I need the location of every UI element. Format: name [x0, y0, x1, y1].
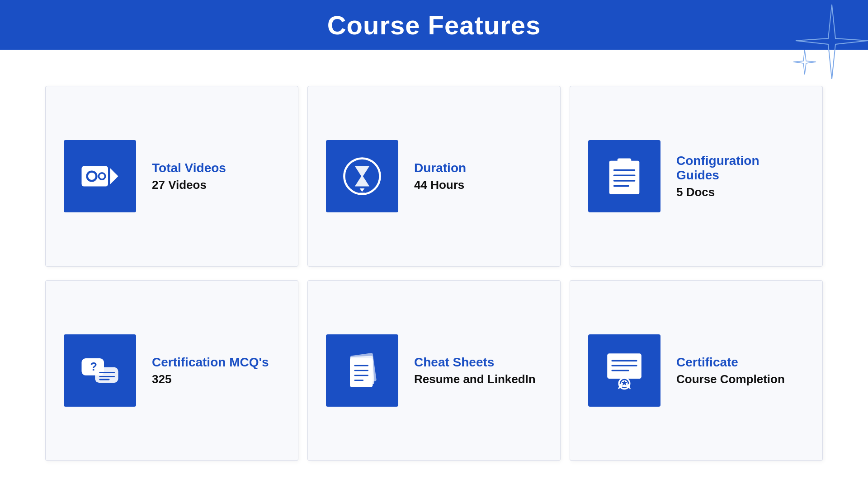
page-header: Course Features: [0, 0, 868, 50]
config-guides-icon-box: [588, 140, 660, 212]
card-total-videos: Total Videos 27 Videos: [45, 86, 298, 267]
cheat-sheets-icon-box: [326, 334, 398, 407]
certificate-icon: [604, 350, 645, 391]
mcq-icon: ?: [80, 350, 120, 391]
duration-value: 44 Hours: [414, 178, 466, 192]
card-cheat-sheets: Cheat Sheets Resume and LinkedIn: [307, 280, 561, 461]
card-duration: Duration 44 Hours: [307, 86, 561, 267]
svg-rect-8: [609, 161, 640, 194]
total-videos-text: Total Videos 27 Videos: [152, 161, 226, 192]
certificate-title: Certificate: [676, 355, 785, 370]
card-certification-mcqs: ? Certification MCQ's 325: [45, 280, 298, 461]
duration-title: Duration: [414, 161, 466, 175]
config-guides-text: Configuration Guides 5 Docs: [676, 154, 804, 199]
certification-mcqs-text: Certification MCQ's 325: [152, 355, 269, 386]
certificate-icon-box: [588, 334, 660, 407]
clock-icon: [342, 156, 382, 197]
cheat-sheets-text: Cheat Sheets Resume and LinkedIn: [414, 355, 536, 386]
config-guides-title: Configuration Guides: [676, 154, 804, 183]
certificate-text: Certificate Course Completion: [676, 355, 785, 386]
duration-text: Duration 44 Hours: [414, 161, 466, 192]
video-icon: [80, 156, 120, 197]
svg-rect-9: [618, 158, 632, 164]
total-videos-value: 27 Videos: [152, 178, 226, 192]
cheat-sheets-title: Cheat Sheets: [414, 355, 536, 370]
star-decoration: [778, 0, 868, 90]
svg-rect-16: [95, 367, 118, 383]
cheat-sheets-value: Resume and LinkedIn: [414, 372, 536, 386]
svg-rect-22: [350, 358, 373, 387]
certification-mcqs-icon-box: ?: [64, 334, 136, 407]
total-videos-title: Total Videos: [152, 161, 226, 175]
config-guides-value: 5 Docs: [676, 185, 804, 199]
svg-marker-5: [110, 168, 118, 184]
certificate-value: Course Completion: [676, 372, 785, 386]
duration-icon-box: [326, 140, 398, 212]
certification-mcqs-title: Certification MCQ's: [152, 355, 269, 370]
svg-point-4: [99, 174, 104, 179]
page-title: Course Features: [327, 10, 541, 40]
clipboard-icon: [604, 156, 645, 197]
total-videos-icon-box: [64, 140, 136, 212]
card-certificate: Certificate Course Completion: [570, 280, 823, 461]
card-config-guides: Configuration Guides 5 Docs: [570, 86, 823, 267]
sheets-icon: [342, 350, 382, 391]
svg-point-2: [88, 173, 95, 180]
certification-mcqs-value: 325: [152, 372, 269, 386]
features-grid: Total Videos 27 Videos Duration 44 Hours: [0, 50, 868, 488]
